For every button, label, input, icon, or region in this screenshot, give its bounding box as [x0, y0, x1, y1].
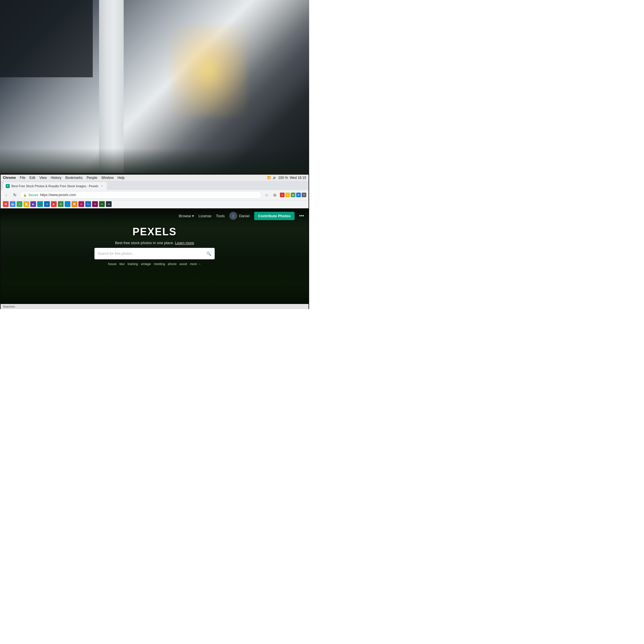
menubar-app-name[interactable]: Chrome: [3, 176, 16, 180]
tag-blur[interactable]: blur: [119, 262, 125, 266]
menubar-file[interactable]: File: [20, 176, 25, 180]
monitor-screen: Chrome File Edit View History Bookmarks …: [1, 175, 309, 309]
menubar-edit[interactable]: Edit: [29, 176, 35, 180]
tag-training[interactable]: training: [128, 262, 138, 266]
pexels-website: Browse ▾ License Tools 👤 Daniel Contribu…: [1, 208, 309, 309]
license-nav-link[interactable]: License: [199, 214, 212, 218]
tag-meeting[interactable]: meeting: [154, 262, 165, 266]
pexels-search-box[interactable]: Search for free photos... 🔍: [94, 248, 215, 259]
pexels-tagline: Best free stock photos in one place. Lea…: [115, 241, 194, 245]
ext-drive-icon[interactable]: ▲: [285, 193, 290, 197]
dark-ceiling-area: [0, 0, 93, 77]
bm-medium-icon[interactable]: M: [44, 201, 50, 207]
window-light-glow: [170, 25, 247, 117]
menubar-left-section: Chrome File Edit View History Bookmarks …: [3, 176, 267, 180]
secure-icon: 🔒: [23, 193, 27, 197]
ext-gmail-icon[interactable]: M: [280, 193, 285, 197]
search-icon[interactable]: 🔍: [206, 251, 211, 256]
bm-gmail-icon[interactable]: M: [3, 201, 9, 207]
bookmarks-bar: M 📅 ≡ 📄 ▶ 📹 M ▶ ⊞ t 📊 Ai Ps ✉ M M: [1, 200, 309, 208]
contribute-photos-button[interactable]: Contribute Photos: [254, 212, 295, 220]
wifi-icon: 📶: [267, 176, 271, 180]
tag-house[interactable]: house: [108, 262, 116, 266]
bm-adobe-icon[interactable]: Ai: [78, 201, 84, 207]
browser-status-bar: Searches: [1, 304, 309, 309]
reload-button[interactable]: ↻: [11, 191, 18, 198]
macos-menubar: Chrome File Edit View History Bookmarks …: [1, 175, 309, 181]
extensions-button[interactable]: ⊞: [271, 191, 278, 198]
bm-mail-icon[interactable]: ✉: [92, 201, 98, 207]
pexels-hero-content: PEXELS Best free stock photos in one pla…: [1, 224, 309, 266]
secure-label: Secure: [28, 193, 38, 197]
ext-calendar-icon[interactable]: 📅: [291, 193, 295, 197]
clock-display: Wed 16:15: [290, 176, 306, 180]
bm-slides-icon[interactable]: ▶: [30, 201, 36, 207]
menubar-bookmarks[interactable]: Bookmarks: [66, 176, 83, 180]
pexels-header-nav: Browse ▾ License Tools 👤 Daniel Contribu…: [1, 208, 309, 224]
menubar-window[interactable]: Window: [101, 176, 114, 180]
bm-analytics-icon[interactable]: 📊: [72, 201, 77, 207]
url-text[interactable]: https://www.pexels.com: [40, 193, 76, 197]
status-text: Searches: [3, 305, 15, 308]
tag-phone[interactable]: phone: [168, 262, 177, 266]
bm-medium3-icon[interactable]: M: [106, 201, 112, 207]
bookmark-star-button[interactable]: ☆: [263, 191, 270, 198]
bm-sheets2-icon[interactable]: ⊞: [58, 201, 64, 207]
toolbar-icons-right: ☆ ⊞: [263, 191, 278, 198]
browse-chevron-icon: ▾: [192, 214, 194, 218]
tab-title: Best Free Stock Photos & Royalty Free St…: [11, 184, 98, 188]
ext-misc-icon[interactable]: ⚙: [302, 193, 306, 197]
chrome-tab-bar: P Best Free Stock Photos & Royalty Free …: [1, 181, 309, 190]
menubar-right-section: 📶 🔊 100 % Wed 16:15: [267, 176, 306, 180]
bm-meet-icon[interactable]: 📹: [37, 201, 43, 207]
bm-medium2-icon[interactable]: M: [99, 201, 105, 207]
bm-calendar-icon[interactable]: 📅: [10, 201, 15, 207]
chrome-browser: P Best Free Stock Photos & Royalty Free …: [1, 181, 309, 309]
tag-more[interactable]: more →: [190, 262, 201, 266]
chrome-toolbar: ‹ ↻ 🔒 Secure https://www.pexels.com ☆ ⊞ …: [1, 190, 309, 200]
monitor-bezel: Chrome File Edit View History Bookmarks …: [0, 173, 309, 309]
menubar-view[interactable]: View: [39, 176, 47, 180]
active-tab[interactable]: P Best Free Stock Photos & Royalty Free …: [3, 182, 107, 190]
bm-sheets-icon[interactable]: ≡: [17, 201, 22, 207]
menubar-history[interactable]: History: [51, 176, 61, 180]
tag-vintage[interactable]: vintage: [141, 262, 151, 266]
bm-yt-icon[interactable]: ▶: [51, 201, 57, 207]
battery-percent: 100 %: [278, 176, 288, 180]
menubar-help[interactable]: Help: [118, 176, 125, 180]
extension-icons: M ▲ 📅 ◉ ⚙: [280, 193, 306, 197]
tab-favicon: P: [6, 184, 10, 188]
tools-nav-link[interactable]: Tools: [216, 214, 225, 218]
back-button[interactable]: ‹: [3, 191, 10, 198]
tag-wood[interactable]: wood: [179, 262, 187, 266]
search-input[interactable]: Search for free photos...: [98, 252, 204, 256]
menubar-people[interactable]: People: [87, 176, 97, 180]
ext-chrome-icon[interactable]: ◉: [296, 193, 301, 197]
user-section: 👤 Daniel: [229, 212, 250, 220]
bm-adobe2-icon[interactable]: Ps: [85, 201, 91, 207]
user-name-label[interactable]: Daniel: [239, 214, 250, 218]
user-avatar[interactable]: 👤: [229, 212, 237, 220]
tab-close-button[interactable]: ×: [100, 184, 104, 188]
bm-docs-icon[interactable]: 📄: [23, 201, 29, 207]
volume-icon: 🔊: [272, 176, 276, 180]
browse-nav-link[interactable]: Browse ▾: [179, 214, 194, 218]
learn-more-link[interactable]: Learn more: [175, 241, 194, 245]
more-options-icon[interactable]: •••: [299, 213, 304, 218]
address-bar[interactable]: 🔒 Secure https://www.pexels.com: [20, 191, 262, 199]
floor-reflection: [0, 148, 309, 173]
bm-twitter-icon[interactable]: t: [65, 201, 70, 207]
pexels-logo: PEXELS: [133, 226, 177, 238]
search-tags-container: house blur training vintage meeting phon…: [108, 262, 201, 266]
